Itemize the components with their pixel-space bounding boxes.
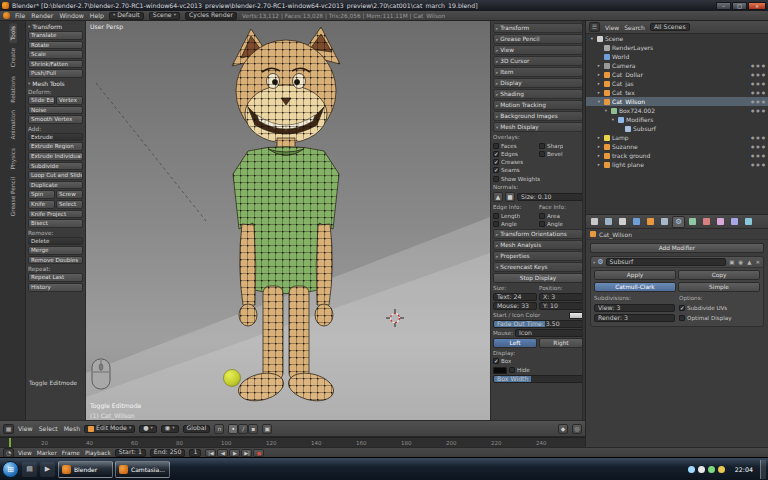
option-optimal-display[interactable]: Optimal Display [679, 314, 760, 322]
pos-y-field[interactable]: Y: 10 [539, 302, 583, 310]
start-button[interactable]: ⊞ [2, 461, 19, 478]
taskbar-button-blender[interactable]: Blender [58, 461, 113, 478]
modifier-edit-toggle-icon[interactable]: ▲ [746, 259, 752, 265]
edge-select-icon[interactable]: / [238, 424, 248, 434]
face-info-checkbox[interactable] [539, 221, 545, 227]
modifier-render-toggle-icon[interactable]: ▣ [728, 259, 735, 265]
selectability-icon[interactable]: ● [756, 153, 759, 158]
show-desktop-button[interactable] [760, 460, 766, 479]
toolshelf-tab-create[interactable]: Create [9, 45, 17, 70]
face-select-icon[interactable]: ▪ [248, 424, 258, 434]
panel-mesh-display[interactable]: ▾Mesh Display [493, 122, 583, 132]
tool-button-extrude-individual[interactable]: Extrude Individual [28, 152, 83, 161]
properties-tab-material[interactable] [700, 216, 713, 228]
proportional-edit-icon[interactable]: ◎ [572, 424, 582, 434]
transport-jump-start-button[interactable]: |◀ [205, 449, 216, 457]
transport-play-reverse-button[interactable]: ◀ [217, 449, 228, 457]
selectability-icon[interactable]: ● [756, 99, 759, 104]
tool-button-repeat-last[interactable]: Repeat Last [28, 273, 83, 282]
tool-button-bisect[interactable]: Bisect [28, 219, 83, 228]
overlay-checkbox[interactable] [493, 151, 499, 157]
outliner-row-scene[interactable]: ▾Scene [586, 34, 768, 43]
tool-button-subdivide[interactable]: Subdivide [28, 162, 83, 171]
outliner-search-menu[interactable]: Search [624, 24, 645, 31]
properties-tab-object-data[interactable] [686, 216, 699, 228]
modifier-name-field[interactable]: Subsurf [606, 258, 727, 266]
tool-button-history[interactable]: History [28, 283, 83, 292]
tool-button-rotate[interactable]: Rotate [28, 41, 83, 50]
panel-screencast-keys[interactable]: ▾Screencast Keys [493, 262, 583, 272]
viewport-canvas[interactable] [86, 21, 490, 420]
view-subdivisions-field[interactable]: View: 3 [594, 304, 675, 312]
outliner-row-suzanne[interactable]: ▸Suzanne●●● [586, 142, 768, 151]
modifier-header[interactable]: ▾ ⚙ Subsurf ▣ ◉ ▲ × [591, 257, 763, 268]
render-preview-icon[interactable]: ◆ [558, 424, 568, 434]
redo-panel-label[interactable]: Toggle Editmode [29, 380, 77, 386]
properties-tab-render[interactable] [588, 216, 601, 228]
modifier-view-toggle-icon[interactable]: ◉ [737, 259, 744, 265]
modifier-close-icon[interactable]: × [754, 259, 761, 265]
visibility-icon[interactable]: ● [751, 72, 754, 77]
expand-icon[interactable]: ▸ [596, 72, 602, 77]
display-checkbox[interactable] [509, 367, 515, 373]
renderability-icon[interactable]: ● [762, 99, 765, 104]
panel-transform[interactable]: ▸Transform [493, 23, 583, 33]
properties-tab-particles[interactable] [728, 216, 741, 228]
option-checkbox[interactable] [679, 315, 685, 321]
display-checkbox[interactable] [493, 358, 499, 364]
overlay-checkbox[interactable] [493, 167, 499, 173]
tool-button-merge[interactable]: Merge [28, 246, 83, 255]
outliner-view-menu[interactable]: View [605, 24, 619, 31]
snap-magnet-icon[interactable]: ∩ [214, 424, 224, 434]
timeline-menu-frame[interactable]: Frame [62, 450, 80, 456]
visibility-icon[interactable]: ● [751, 153, 754, 158]
tray-app-icon[interactable] [708, 466, 715, 473]
outliner-row-cat-jas[interactable]: ▸Cat_jas●●● [586, 79, 768, 88]
selectability-icon[interactable]: ● [756, 81, 759, 86]
screen-layout-dropdown[interactable]: ▾Default [109, 12, 144, 20]
menu-file[interactable]: File [15, 12, 25, 19]
visibility-icon[interactable]: ● [751, 162, 754, 167]
renderability-icon[interactable]: ● [762, 81, 765, 86]
quicklaunch-media-icon[interactable]: ▶ [40, 462, 55, 477]
expand-icon[interactable]: ▾ [593, 260, 595, 265]
visibility-icon[interactable]: ● [751, 144, 754, 149]
fade-out-time-slider[interactable]: Fade Out Time: 3.50 [493, 320, 583, 328]
current-frame-marker[interactable] [9, 438, 11, 447]
tool-button-knife[interactable]: Knife [28, 200, 55, 209]
renderability-icon[interactable]: ● [762, 90, 765, 95]
visibility-icon[interactable]: ● [751, 63, 754, 68]
record-button[interactable]: ● [253, 449, 264, 457]
expand-icon[interactable]: ▸ [596, 90, 602, 95]
menu-window[interactable]: Window [59, 12, 83, 19]
tool-button-delete[interactable]: Delete [28, 237, 83, 246]
mouse-size-field[interactable]: Mouse: 33 [493, 302, 537, 310]
add-modifier-dropdown[interactable]: Add Modifier [590, 243, 764, 253]
overlay-edges[interactable]: Edges [493, 150, 537, 158]
selectability-icon[interactable]: ● [756, 162, 759, 167]
pivot-dropdown[interactable]: ◉▾ [161, 425, 179, 433]
viewport-menu-select[interactable]: Select [39, 425, 58, 432]
overlay-checkbox[interactable] [493, 143, 499, 149]
overlay-checkbox[interactable] [539, 151, 545, 157]
panel-properties[interactable]: ▸Properties [493, 251, 583, 261]
selectability-icon[interactable]: ● [756, 135, 759, 140]
outliner-row-subsurf[interactable]: Subsurf [586, 124, 768, 133]
vertex-select-icon[interactable]: • [228, 424, 238, 434]
maximize-button[interactable]: □ [732, 2, 747, 10]
visibility-icon[interactable]: ● [751, 135, 754, 140]
panel-header-transform[interactable]: ▾Transform [28, 22, 83, 31]
renderability-icon[interactable]: ● [762, 108, 765, 113]
properties-tab-physics[interactable] [742, 216, 755, 228]
panel-mesh-analysis[interactable]: ▸Mesh Analysis [493, 240, 583, 250]
expand-icon[interactable]: ▸ [596, 135, 602, 140]
timeline-editor-icon[interactable]: ◔ [3, 448, 14, 458]
close-button[interactable]: × [748, 2, 766, 10]
tool-button-extrude[interactable]: Extrude [28, 133, 83, 142]
frame-start-field[interactable]: Start: 1 [115, 449, 146, 457]
edge-info-angle[interactable]: Angle [493, 220, 537, 228]
pos-x-field[interactable]: X: 3 [539, 293, 583, 301]
tool-button-loop-cut-and-slide[interactable]: Loop Cut and Slide [28, 171, 83, 180]
display-box[interactable]: Box [493, 357, 583, 365]
expand-icon[interactable]: ▾ [603, 108, 609, 113]
